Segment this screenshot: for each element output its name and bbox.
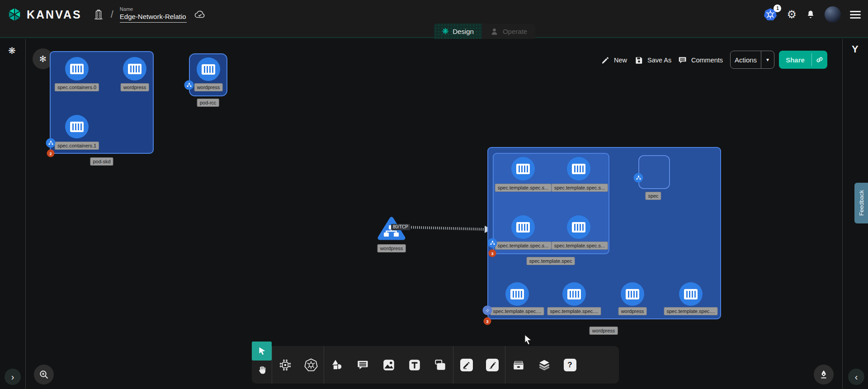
kubernetes-context-icon[interactable]: 1	[763, 7, 778, 22]
design-name-input[interactable]	[120, 13, 187, 23]
container-node-wordpress-1[interactable]	[123, 57, 146, 81]
sync-swirl-icon[interactable]: ❋	[8, 45, 16, 56]
shapes-tool[interactable]	[324, 346, 350, 384]
layers-tool[interactable]	[531, 346, 557, 384]
container-icon	[572, 164, 585, 174]
container-node-bottom-1[interactable]	[562, 282, 586, 306]
container-icon	[70, 122, 84, 132]
container-node-template-0[interactable]	[511, 157, 535, 180]
deployment-badge-icon[interactable]	[483, 306, 492, 315]
settings-gear-icon[interactable]: ⚙	[787, 9, 797, 20]
mouse-cursor	[523, 334, 533, 346]
container-node-template-1[interactable]	[567, 157, 590, 180]
container-node-bottom-0[interactable]	[505, 282, 529, 306]
container-icon	[202, 64, 215, 75]
pan-tool[interactable]	[252, 361, 272, 380]
help-tool[interactable]: ?	[557, 346, 583, 384]
feedback-tab[interactable]: Feedback	[854, 183, 868, 223]
breadcrumb-separator: /	[111, 9, 113, 20]
pen-mode-button[interactable]	[814, 365, 834, 384]
organization-icon[interactable]	[94, 9, 104, 20]
chevron-right-icon: ›	[11, 372, 14, 382]
select-tool[interactable]	[252, 342, 272, 361]
container-node-template-2[interactable]	[511, 215, 535, 239]
image-icon	[382, 358, 396, 372]
operate-astronaut-icon	[490, 27, 499, 36]
pen-icon	[462, 361, 471, 370]
pen-tool[interactable]	[453, 346, 479, 384]
chevron-left-icon: ‹	[855, 372, 858, 382]
save-as-label: Save As	[647, 57, 671, 64]
zoom-in-button[interactable]	[34, 365, 54, 384]
tab-design[interactable]: ❋ Design	[434, 24, 482, 39]
hand-icon	[256, 365, 267, 375]
menu-hamburger-icon[interactable]	[850, 11, 861, 19]
comments-button[interactable]: Comments	[678, 52, 723, 69]
container-node-spec-containers-1[interactable]	[65, 115, 89, 138]
share-button[interactable]: Share	[779, 51, 827, 69]
save-as-button[interactable]: Save As	[635, 52, 671, 69]
tab-operate[interactable]: Operate	[482, 24, 535, 39]
expand-left-panel-button[interactable]: ›	[5, 369, 21, 385]
node-label: spec	[645, 192, 661, 200]
collapsed-count-badge[interactable]: 3	[484, 318, 491, 325]
actions-caret-icon[interactable]: ▾	[761, 57, 774, 63]
hierarchy-badge-icon[interactable]	[488, 238, 497, 248]
actions-button[interactable]: Actions ▾	[730, 51, 774, 69]
notifications-bell-icon[interactable]	[806, 9, 816, 20]
image-tool[interactable]	[376, 346, 401, 384]
component-tool[interactable]	[272, 346, 298, 384]
design-name-block: Name	[120, 6, 187, 23]
cloud-save-status-icon[interactable]	[194, 9, 207, 19]
container-icon	[510, 289, 524, 299]
container-node-template-3[interactable]	[567, 215, 590, 239]
cursor-arrow-icon	[257, 346, 267, 356]
share-label: Share	[779, 56, 811, 64]
edge-service-to-deployment[interactable]	[400, 223, 494, 235]
container-node-wordpress-2[interactable]	[197, 57, 220, 81]
node-label: spec.template.spec....	[547, 307, 601, 315]
node-label: spec.template.spec.s...	[495, 242, 552, 250]
pencil-tool[interactable]	[479, 346, 505, 384]
brand-title: KANVAS	[27, 8, 82, 21]
container-node-spec-containers-0[interactable]	[65, 57, 89, 81]
group-spec-template-spec[interactable]	[493, 153, 609, 254]
collapsed-count-badge[interactable]: 2	[47, 150, 55, 157]
container-node-bottom-2[interactable]	[621, 282, 644, 306]
note-tool[interactable]	[427, 346, 453, 384]
node-label: spec.template.spec.s...	[495, 184, 552, 192]
node-label: spec.template.spec....	[664, 307, 718, 315]
container-icon	[516, 222, 530, 232]
note-icon	[434, 358, 447, 372]
drawer-tool[interactable]	[505, 346, 531, 384]
kubernetes-tool[interactable]	[298, 346, 324, 384]
copy-link-icon[interactable]	[812, 56, 827, 64]
node-label: spec.template.spec.s...	[552, 242, 608, 250]
user-avatar[interactable]	[825, 6, 841, 23]
container-icon	[626, 289, 639, 299]
node-spec[interactable]	[638, 155, 670, 189]
tab-operate-label: Operate	[503, 28, 527, 35]
y-panel-icon[interactable]: Y	[852, 43, 859, 55]
container-node-bottom-3[interactable]	[679, 282, 703, 306]
comment-icon	[357, 359, 369, 371]
text-tool[interactable]	[401, 346, 427, 384]
group-label: spec.template.spec	[527, 257, 575, 265]
hierarchy-badge-icon[interactable]	[46, 138, 56, 148]
kanvas-logo-icon[interactable]	[6, 6, 23, 23]
expand-right-panel-button[interactable]: ‹	[848, 369, 864, 385]
comments-label: Comments	[691, 57, 723, 64]
new-button[interactable]: New	[601, 52, 627, 69]
chip-icon	[278, 358, 292, 372]
new-label: New	[614, 57, 627, 64]
comment-tool[interactable]	[350, 346, 376, 384]
node-label: wordpress	[377, 244, 406, 252]
group-label: pod-skd	[90, 157, 113, 166]
hierarchy-badge-icon[interactable]	[184, 81, 194, 90]
node-label: spec.containers.0	[55, 83, 99, 91]
collapsed-count-badge[interactable]: 3	[489, 250, 496, 257]
left-rail: ❋ ›	[0, 39, 26, 389]
hierarchy-badge-icon[interactable]	[634, 173, 643, 183]
group-label: wordpress	[590, 327, 618, 335]
container-icon	[516, 164, 530, 174]
